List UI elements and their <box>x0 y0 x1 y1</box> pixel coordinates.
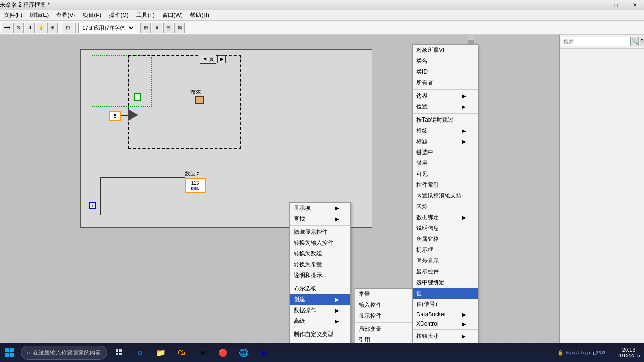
ctx-r-disabled[interactable]: 禁用 <box>413 158 478 169</box>
ctx-r-class-id[interactable]: 类ID <box>413 66 478 77</box>
ctx-description[interactable]: 说明和提示... <box>290 270 350 281</box>
menu-view[interactable]: 查看(V) <box>52 10 79 21</box>
taskbar-store[interactable]: 🛍 <box>171 343 192 362</box>
ctx-r-value[interactable]: 值 <box>413 288 478 299</box>
menu-edit[interactable]: 编辑(E) <box>26 10 52 21</box>
toolbar: ⟶ ⊙ ⏸ 💡 ⊞ ⊡ 17pt 应用程序字体 ⊞ ≡ ⊟ ⊠ <box>0 21 644 35</box>
ctx-create-display[interactable]: 显示控件 <box>355 311 415 321</box>
taskbar-right-area: 🔒 https://t.t.qq.qq_3613... 20:13 2019/2… <box>557 347 644 358</box>
ctx-r-visible[interactable]: 可见 <box>413 169 478 180</box>
ctx-r-show-ctrl[interactable]: 显示控件 <box>413 266 478 277</box>
minimize-button[interactable]: — <box>587 0 606 10</box>
triangle-node <box>128 109 139 121</box>
taskbar-app5[interactable]: 🔴 <box>213 343 233 362</box>
ctx-r-ctrl-index[interactable]: 控件索引 <box>413 180 478 190</box>
ctx-create-local-var[interactable]: 局部变量 <box>355 324 415 335</box>
toolbar-btn-2[interactable]: ⊙ <box>13 23 24 33</box>
ctx-create[interactable]: 创建▶ <box>290 294 350 305</box>
ctx-create-const[interactable]: 常量 <box>355 289 415 300</box>
taskbar-edge[interactable]: 🌐 <box>233 343 254 362</box>
ctx-create-sep-1 <box>355 322 415 323</box>
ctx-r-border[interactable]: 边界▶ <box>413 90 478 101</box>
loop-arrow-right: ▶ <box>217 55 226 63</box>
ctx-r-sync-display[interactable]: 同步显示 <box>413 255 478 266</box>
ctx-r-desc[interactable]: 说明信息 <box>413 223 478 234</box>
ctx-r-data-binding[interactable]: 数据绑定▶ <box>413 212 478 223</box>
toolbar-btn-pause[interactable]: ⏸ <box>25 23 35 33</box>
ctx-create-input[interactable]: 输入控件 <box>355 300 415 311</box>
menu-help[interactable]: 帮助(H) <box>186 10 213 21</box>
close-button[interactable]: ✕ <box>625 0 644 10</box>
ctx-r-blink[interactable]: 闪烁 <box>413 201 478 212</box>
maximize-button[interactable]: □ <box>606 0 625 10</box>
toolbar-btn-resize[interactable]: ⊟ <box>163 23 173 33</box>
svg-rect-3 <box>10 353 14 357</box>
loop-header: ◀ 頁 ▶ <box>200 55 226 64</box>
menu-project[interactable]: 项目(P) <box>79 10 105 21</box>
taskbar-apps-button[interactable] <box>109 343 130 362</box>
node-num2-container: 数值 2 123 DBL <box>185 170 206 193</box>
ctx-make-custom[interactable]: 制作自定义类型 <box>290 329 350 340</box>
toolbar-btn-light[interactable]: 💡 <box>36 23 46 33</box>
ctx-r-owner-vi[interactable]: 对象所属VI <box>413 45 478 56</box>
ctx-r-pane[interactable]: 所属窗格 <box>413 234 478 245</box>
ctx-r-tab-skip[interactable]: 按Tab键时跳过 <box>413 115 478 125</box>
search-button[interactable]: 🔍 <box>631 37 639 46</box>
ctx-r-key-focus[interactable]: 键选中 <box>413 147 478 158</box>
toolbar-btn-5[interactable]: ⊞ <box>47 23 58 33</box>
font-selector[interactable]: 17pt 应用程序字体 <box>78 23 135 33</box>
ctx-convert-array[interactable]: 转换为数组 <box>290 248 350 259</box>
right-panel: 🔍 ? VI <box>559 35 644 348</box>
diagram-frame: ◀ 頁 ▶ 布尔 5 数值 2 <box>80 49 372 228</box>
node-num2-box: 123 DBL <box>185 178 206 193</box>
ctx-r-owner[interactable]: 所有者 <box>413 77 478 88</box>
menu-tools[interactable]: 工具(T) <box>132 10 158 21</box>
toolbar-btn-dist[interactable]: ≡ <box>152 23 162 33</box>
ctx-r-xcontrol[interactable]: XControl▶ <box>413 319 478 329</box>
ctx-r-position[interactable]: 位置▶ <box>413 101 478 112</box>
inner-loop-box: ◀ 頁 ▶ 布尔 <box>128 55 241 149</box>
ctx-r-label[interactable]: 标签▶ <box>413 125 478 136</box>
ctx-r-btn-size[interactable]: 按钮大小▶ <box>413 331 478 342</box>
svg-rect-7 <box>119 353 122 355</box>
start-button[interactable] <box>0 343 19 362</box>
toolbar-separator-2 <box>75 23 76 33</box>
toolbar-btn-align[interactable]: ⊞ <box>140 23 151 33</box>
ctx-r-class-name[interactable]: 类名 <box>413 56 478 66</box>
menu-file[interactable]: 文件(F) <box>0 10 26 21</box>
taskbar-app7[interactable]: ▶ <box>254 343 275 362</box>
ctx-find[interactable]: 查找▶ <box>290 214 350 224</box>
ctx-convert-input[interactable]: 转换为输入控件 <box>290 238 350 248</box>
toolbar-separator-1 <box>60 23 60 33</box>
windows-logo-icon <box>5 348 14 357</box>
ctx-convert-const[interactable]: 转换为常量 <box>290 259 350 270</box>
toolbar-btn-1[interactable]: ⟶ <box>2 23 12 33</box>
system-clock[interactable]: 20:13 2019/2/15 <box>617 347 640 358</box>
ctx-bool-palette[interactable]: 布尔选板 <box>290 283 350 294</box>
ctx-r-tooltip[interactable]: 提示框 <box>413 245 478 255</box>
node-num2-type: DBL <box>191 186 199 191</box>
ctx-r-datasocket[interactable]: DataSocket▶ <box>413 310 478 319</box>
cortana-icon: ○ <box>27 349 30 356</box>
diagram-canvas[interactable]: ◀ 頁 ▶ 布尔 5 数值 2 <box>0 35 559 348</box>
toolbar-btn-order[interactable]: ⊠ <box>174 23 185 33</box>
ctx-r-value-signal[interactable]: 值(信号) <box>413 299 478 310</box>
menu-operate[interactable]: 操作(O) <box>105 10 132 21</box>
search-bar: 🔍 ? VI <box>560 35 644 49</box>
taskbar-mail[interactable]: ✉ <box>192 343 213 362</box>
search-input[interactable] <box>561 37 631 46</box>
ctx-r-scroll-support[interactable]: 内置鼠标滚轮支持 <box>413 190 478 201</box>
window-controls: — □ ✕ <box>587 0 644 10</box>
ctx-data-ops[interactable]: 数据操作▶ <box>290 305 350 316</box>
taskbar-explorer[interactable]: 📁 <box>150 343 171 362</box>
help-button[interactable]: ? <box>640 37 644 46</box>
menu-window[interactable]: 窗口(W) <box>158 10 186 21</box>
ctx-advanced[interactable]: 高级▶ <box>290 316 350 327</box>
ctx-hide-display[interactable]: 隐藏显示控件 <box>290 227 350 238</box>
ctx-r-caption[interactable]: 标题▶ <box>413 136 478 147</box>
ctx-r-key-bind[interactable]: 选中键绑定 <box>413 277 478 288</box>
taskbar-ie[interactable]: e <box>130 343 150 362</box>
ctx-show-items[interactable]: 显示项▶ <box>290 203 350 214</box>
toolbar-btn-6[interactable]: ⊡ <box>63 23 73 33</box>
taskbar-search[interactable]: ○ 在这里输入你要搜索的内容 <box>21 346 107 360</box>
